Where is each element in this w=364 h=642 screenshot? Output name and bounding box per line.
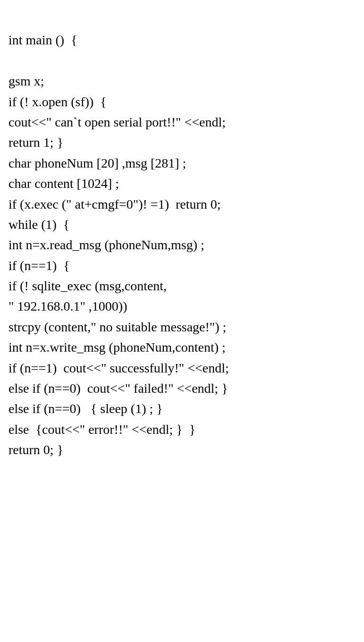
code-line: if (! sqlite_exec (msg,content, (8, 276, 356, 296)
code-line: else {cout<<" error!!" <<endl; } } (8, 419, 356, 439)
code-display: int main () {gsm x;if (! x.open (sf)) {c… (8, 9, 356, 460)
code-line: char phoneNum [20] ,msg [281] ; (8, 153, 356, 173)
code-line: if (n==1) { (8, 255, 356, 276)
code-line: return 0; } (8, 439, 356, 460)
code-line: gsm x; (8, 71, 356, 91)
code-line (8, 51, 356, 71)
code-line: int main () { (8, 30, 356, 50)
code-line: int n=x.write_msg (phoneNum,content) ; (8, 337, 356, 357)
code-line: if (x.exec (" at+cmgf=0")! =1) return 0; (8, 194, 356, 214)
code-line: while (1) { (8, 214, 356, 235)
code-line: else if (n==0) { sleep (1) ; } (8, 398, 356, 419)
code-line: cout<<" can`t open serial port!!" <<endl… (8, 112, 356, 132)
code-line: " 192.168.0.1" ,1000)) (8, 296, 356, 316)
code-line: if (! x.open (sf)) { (8, 92, 356, 112)
code-line: strcpy (content," no suitable message!")… (8, 317, 356, 337)
code-line: char content [1024] ; (8, 173, 356, 194)
code-line: else if (n==0) cout<<" failed!" <<endl; … (8, 378, 356, 398)
code-line: return 1; } (8, 132, 356, 152)
code-line: int n=x.read_msg (phoneNum,msg) ; (8, 235, 356, 255)
code-line: if (n==1) cout<<" successfully!" <<endl; (8, 358, 356, 378)
